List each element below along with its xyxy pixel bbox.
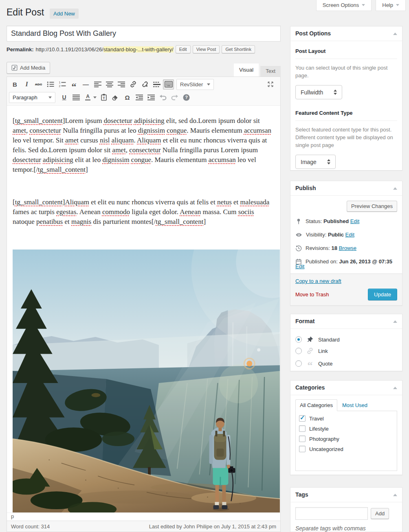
redo-button[interactable] [169,92,180,103]
status-edit-link[interactable]: Edit [350,218,359,224]
format-radio[interactable] [295,360,302,367]
editor-statusbar: Word count: 314 Last edited by John Phil… [7,521,280,532]
checkbox-icon[interactable] [299,425,306,432]
justify-button[interactable] [70,92,81,103]
copy-to-draft-link[interactable]: Copy to a new draft [295,278,341,284]
format-option-quote[interactable]: “ Quote [295,359,397,368]
category-item[interactable]: Lifestyle [299,425,394,432]
blockquote-button[interactable]: “ [68,79,79,90]
category-item[interactable]: Uncategorized [299,446,394,452]
align-left-button[interactable] [92,79,103,90]
more-tag-button[interactable] [151,79,162,90]
bold-button[interactable]: B [9,79,20,90]
category-label: Travel [309,416,324,422]
checkbox-icon[interactable] [299,446,306,452]
post-photo-yosemite[interactable] [13,250,280,512]
strikethrough-button[interactable]: ABC [33,79,44,90]
misspelled-word: tg_small_content [38,166,86,173]
publish-header[interactable]: Publish [290,181,402,196]
category-item[interactable]: Travel [299,415,394,422]
format-header[interactable]: Format [290,314,402,329]
permalink-edit-button[interactable]: Edit [176,45,191,53]
indent-button[interactable] [145,92,156,103]
pin-icon [295,218,302,225]
misspelled-word: accumsan [244,127,271,134]
chevron-down-icon [362,4,365,8]
tab-visual[interactable]: Visual [234,63,259,77]
checkbox-icon[interactable] [299,436,306,442]
format-radio[interactable] [295,336,302,343]
clear-formatting-button[interactable] [110,92,121,103]
misspelled-word: dignissim [102,156,129,164]
tags-hint: Separate tags with commas [295,525,397,532]
unlink-button[interactable] [139,79,150,90]
undo-button[interactable] [157,92,168,103]
misspelled-word: dignissim [138,127,165,134]
tags-input[interactable] [295,507,368,520]
revslider-dropdown[interactable]: RevSlider [176,79,214,90]
format-label: Standard [318,337,340,343]
screen-options-button[interactable]: Screen Options [316,0,372,11]
outdent-button[interactable] [134,92,145,103]
italic-button[interactable]: I [21,79,32,90]
visibility-edit-link[interactable]: Edit [345,232,354,238]
post-layout-description: You can select layout of this single pos… [295,64,397,79]
add-new-button[interactable]: Add New [50,9,79,19]
revisions-browse-link[interactable]: Browse [339,245,356,251]
paste-as-text-button[interactable]: T [98,92,109,103]
fullscreen-button[interactable] [265,79,276,90]
post-title-input[interactable] [7,26,281,42]
editor-paragraphs: [tg_small_content]Lorem ipsum dosectetur… [13,116,279,243]
update-button[interactable]: Update [368,289,397,300]
collapse-icon [393,385,397,389]
checkbox-checked-icon[interactable] [299,415,306,422]
align-right-button[interactable] [116,79,127,90]
text-color-button[interactable]: A [82,92,93,103]
numbered-list-button[interactable]: 12 [57,79,68,90]
editor-element-path[interactable]: p [7,512,280,521]
kitchen-sink-toggle-button[interactable] [163,79,174,90]
misspelled-word: nisl [100,136,110,144]
misspelled-word: Aliquam [65,198,89,206]
status-row: Status: Published Edit [295,218,397,225]
tab-most-used[interactable]: Most Used [337,400,372,411]
horizontal-rule-button[interactable]: — [80,79,91,90]
help-button[interactable]: Help [376,0,406,11]
category-label: Uncategorized [309,446,343,452]
published-on-edit-link[interactable]: Edit [295,263,304,269]
collapse-icon [393,318,397,323]
view-post-button[interactable]: View Post [193,45,220,53]
permalink-slug[interactable]: standard-blog-...t-with-gallery/ [103,46,174,53]
get-shortlink-button[interactable]: Get Shortlink [222,45,255,53]
move-to-trash-link[interactable]: Move to Trash [295,291,329,298]
format-option-standard[interactable]: Standard [295,336,397,343]
featured-content-select[interactable]: Image [295,155,336,169]
bullet-list-button[interactable] [45,79,56,90]
post-layout-select[interactable]: Fullwidth [295,85,342,99]
preview-changes-button[interactable]: Preview Changes [347,201,397,212]
add-tag-button[interactable]: Add [371,508,389,519]
tab-all-categories[interactable]: All Categories [295,399,337,411]
special-character-button[interactable]: Ω [122,92,133,103]
categories-header[interactable]: Categories [290,381,402,395]
toolbar-row-2: Paragraph U A T Ω [9,91,278,104]
editor-content-area[interactable]: [tg_small_content]Lorem ipsum dosectetur… [7,106,280,512]
category-item[interactable]: Photography [299,436,394,442]
paragraph-select[interactable]: Paragraph [9,92,55,103]
help-button[interactable]: ? [181,92,192,103]
quote-icon: “ [308,363,313,368]
link-button[interactable] [128,79,139,90]
format-radio[interactable] [295,348,302,354]
text-color-caret-button[interactable] [92,92,97,103]
misspelled-word: consectetur [129,146,161,154]
format-option-link[interactable]: Link [295,347,397,355]
align-center-button[interactable] [104,79,115,90]
misspelled-word: commodo [102,208,130,216]
underline-button[interactable]: U [59,92,70,103]
misspelled-word: accumsan [209,156,236,164]
post-options-header[interactable]: Post Options [290,26,402,41]
eye-icon [295,232,302,238]
featured-content-value: Image [301,159,317,165]
tab-text[interactable]: Text [260,66,281,77]
tags-header[interactable]: Tags [290,488,402,502]
